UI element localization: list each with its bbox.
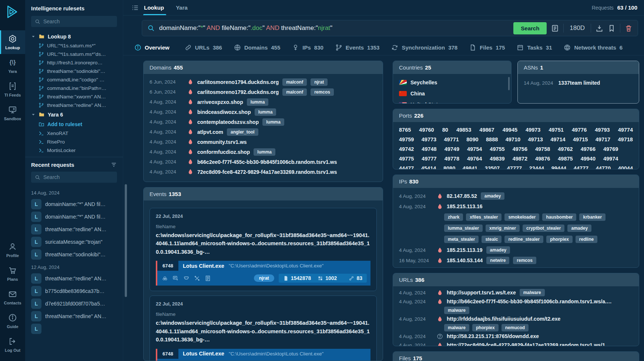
ruleset-item[interactable]: URL:"*l1s.saturn.ms*"ds… (31, 50, 119, 58)
tag-chip[interactable]: xmrig_miner (486, 225, 520, 232)
port-value[interactable]: 49760 (419, 127, 434, 133)
tag-chip[interactable]: malconf (282, 78, 307, 86)
tag-chip[interactable]: lumma (247, 98, 269, 106)
port-value[interactable]: 49759 (399, 136, 414, 142)
port-value[interactable]: 40044 (618, 165, 633, 169)
port-value[interactable]: 49762 (558, 146, 573, 152)
recent-request-item[interactable]: LthreatName:"redline" AN… (25, 272, 123, 285)
tab-events[interactable]: Events1353 (335, 44, 380, 51)
tag-chip[interactable]: amadey (567, 225, 591, 232)
url-value[interactable]: http://rfddsdaajbs.fihsifuiiusuiuduf.com… (447, 316, 560, 322)
list-icon[interactable] (131, 4, 139, 11)
ip-value[interactable]: 185.140.53.144 (447, 257, 483, 263)
files-count[interactable]: 1542878 (283, 275, 311, 281)
tag-chip[interactable]: malconf (282, 88, 307, 96)
ip-value[interactable]: 185.215.113.19 (447, 247, 483, 253)
trash-icon[interactable] (625, 24, 633, 32)
sidebar-item-yara[interactable]: {\} Yara (0, 54, 25, 78)
tag-chip[interactable]: redline (576, 236, 597, 243)
recent-request-item[interactable]: LthreatName:"redline" AN… (25, 310, 123, 323)
sidebar-item-guide[interactable]: Guide (0, 309, 25, 333)
recent-request-item[interactable]: Lb775cd8be83696ca37b… (25, 285, 123, 297)
tag-chip[interactable]: meta_stealer (444, 236, 479, 243)
port-value[interactable]: 49778 (445, 156, 459, 162)
url-value[interactable]: http://72ec8d09-fce8-4272-9829-f4a17ae33… (447, 342, 612, 346)
ruleset-item[interactable]: threatName:"redline" AN… (31, 101, 119, 109)
port-value[interactable]: 47777 (507, 165, 522, 169)
domain-value[interactable]: arriveoxpzxo.shop (197, 99, 243, 105)
folder-lookup[interactable]: Lookup 8 (31, 31, 119, 41)
tools-icon[interactable] (194, 275, 200, 281)
ruleset-item[interactable]: threatName:"xworm" AN… (31, 92, 119, 101)
sidebar-item-lookup[interactable]: Lookup (0, 30, 25, 54)
port-value[interactable]: 49713 (528, 136, 543, 142)
tag-chip[interactable]: angler_tool (227, 128, 258, 136)
port-value[interactable]: 49751 (549, 127, 563, 133)
recent-request-item[interactable]: Ld7e6921bfd008f707ba5… (25, 297, 123, 310)
ip-value[interactable]: 185.215.113.16 (447, 203, 483, 209)
tag-chip[interactable]: cryptbot_stealer (523, 225, 564, 232)
domain-value[interactable]: carlitosmoreno1794.duckdns.org (197, 79, 279, 85)
tag-chip[interactable]: stealc (482, 236, 502, 243)
port-value[interactable]: 99444 (551, 165, 566, 169)
domain-value[interactable]: contemplateodszsv.shop (197, 119, 259, 125)
tab-yara[interactable]: Yara (176, 0, 188, 15)
tag-chip[interactable]: njrat (311, 78, 328, 86)
bookmark-icon[interactable] (608, 24, 616, 32)
recent-search-input[interactable] (43, 174, 113, 180)
port-value[interactable]: 49793 (595, 127, 610, 133)
recent-request-item[interactable]: LthreatName:"sodinokibi"… (25, 248, 123, 261)
recent-request-item[interactable]: LsuricataMessage:"trojan" (25, 236, 123, 248)
scrollbar[interactable] (125, 184, 127, 297)
report-icon[interactable] (205, 275, 211, 281)
search-button[interactable]: Search (513, 22, 547, 34)
port-value[interactable]: 49945 (503, 127, 517, 133)
tab-tasks[interactable]: Tasks31 (517, 44, 552, 51)
tag-chip[interactable]: lumma (262, 118, 284, 126)
tag-chip[interactable]: xfiles_stealer (466, 213, 502, 221)
port-value[interactable]: 49973 (526, 127, 540, 133)
port-value[interactable]: 49714 (550, 136, 565, 142)
port-value[interactable]: 49771 (444, 136, 459, 142)
event-item[interactable]: 22 Jul, 2024 fileName c:\windows\servici… (150, 296, 377, 361)
event-item[interactable]: 22 Jul, 2024 fileName c:\windows\servici… (150, 208, 377, 291)
port-value[interactable]: 49872 (513, 156, 527, 162)
sidebar-item-sandbox[interactable]: Sandbox (0, 101, 25, 125)
ip-value[interactable]: 82.147.85.52 (447, 193, 477, 199)
threat-tag[interactable]: njrat (254, 274, 274, 282)
filter-icon[interactable] (111, 162, 117, 168)
port-value[interactable]: 44777 (574, 165, 588, 169)
tag-chip[interactable]: lumma (254, 148, 275, 156)
domain-value[interactable]: bindceasdiwozx.shop (197, 109, 251, 115)
add-to-ruleset-button[interactable]: Add to ruleset (31, 119, 119, 129)
malware-mask-icon[interactable] (183, 275, 189, 281)
port-value[interactable]: 49853 (456, 127, 471, 133)
links-count[interactable]: 83 (349, 275, 362, 281)
port-value[interactable]: 49764 (467, 156, 482, 162)
recent-request-item[interactable]: L (25, 323, 123, 335)
port-value[interactable]: 49758 (535, 146, 550, 152)
url-value[interactable]: http://b66c2ee0-f77f-455c-bb30-9b845f100… (447, 298, 612, 304)
domain-value[interactable]: carlitosmoreno1792.duckdns.org (197, 89, 279, 95)
exe-icon[interactable] (172, 275, 179, 281)
tag-chip[interactable]: smokeloader (504, 213, 539, 221)
port-value[interactable]: 8090 (466, 136, 478, 142)
tab-files[interactable]: Files175 (469, 44, 505, 51)
rulesets-search[interactable] (31, 16, 117, 27)
tag-chip[interactable]: nemucod (502, 324, 529, 331)
port-value[interactable]: 23444 (529, 165, 544, 169)
port-value[interactable]: 49715 (573, 136, 588, 142)
port-value[interactable]: 49974 (603, 156, 618, 162)
query-template-icon[interactable] (551, 24, 559, 32)
tab-network-threats[interactable]: Network threats6 (564, 44, 623, 51)
port-value[interactable]: 49775 (399, 156, 414, 162)
tab-synchronization[interactable]: Synchronization378 (391, 44, 457, 51)
port-value[interactable]: 49841 (463, 165, 477, 169)
port-value[interactable]: 49777 (422, 156, 436, 162)
tag-chip[interactable]: hausbomber (542, 213, 576, 221)
port-value[interactable]: 49749 (445, 146, 459, 152)
download-icon[interactable] (596, 24, 603, 32)
tag-chip[interactable]: phorpiex (546, 236, 573, 243)
url-value[interactable]: http://support.tsrv1.ws/t.exe (447, 290, 516, 296)
domain-value[interactable]: b66c2ee0-f77f-455c-bb30-9b845f1006cb.ran… (197, 159, 337, 165)
